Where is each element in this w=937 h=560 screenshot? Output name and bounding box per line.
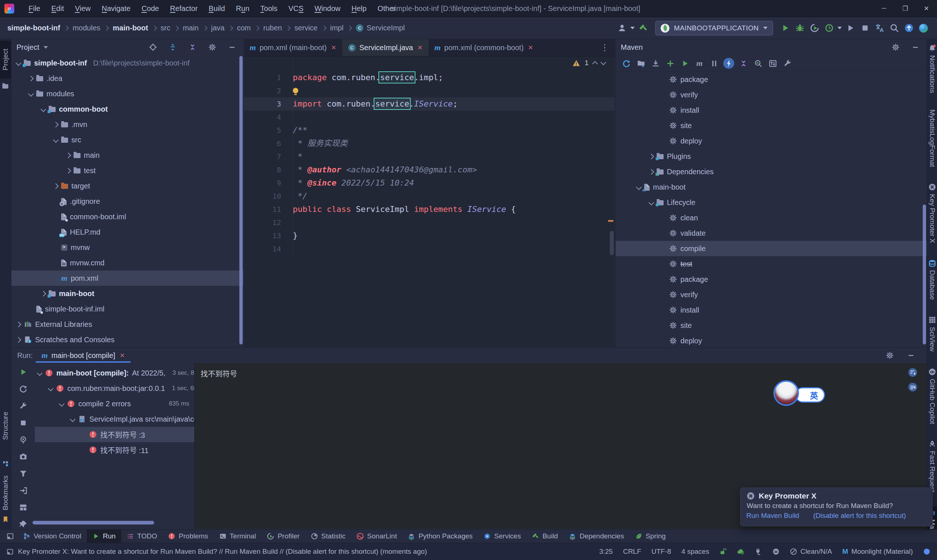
tree-row[interactable]: package [615, 272, 927, 287]
rerun-button[interactable] [17, 384, 29, 394]
menu-item-run[interactable]: Run [231, 0, 255, 17]
tree-row[interactable]: compile [615, 241, 927, 256]
chevron-down-icon[interactable] [59, 401, 65, 407]
status-widget-crlf[interactable]: CRLF [623, 548, 641, 555]
structure-icon[interactable] [2, 460, 9, 468]
menu-item-navigate[interactable]: Navigate [96, 0, 136, 17]
coverage-button[interactable] [823, 22, 835, 34]
scroll-list-down-button[interactable] [906, 366, 919, 378]
breadcrumb-item[interactable]: ruben [262, 22, 283, 34]
play-green-button[interactable] [17, 368, 29, 377]
code-line[interactable]: 12 [244, 216, 615, 229]
scrollbar-warning-mark[interactable] [608, 220, 614, 222]
tree-row[interactable]: site [615, 118, 927, 133]
code-line[interactable]: 1 package com.ruben.service.impl; [244, 71, 615, 84]
breadcrumb-item[interactable]: C ServiceImpl [354, 22, 406, 34]
tree-row[interactable]: .gitignore [11, 194, 243, 209]
sidebar-item-structure[interactable]: Structure [0, 412, 11, 442]
camera-button[interactable] [17, 452, 29, 461]
menu-item-view[interactable]: View [69, 0, 96, 17]
sphere-button[interactable] [917, 22, 930, 34]
collapse-tree-button[interactable] [737, 57, 749, 69]
minus-button[interactable] [905, 349, 917, 362]
chevron-down-icon[interactable] [649, 200, 654, 205]
play-grey-button[interactable] [844, 22, 857, 34]
notification-action-link[interactable]: (Disable alert for this shortcut) [813, 512, 906, 520]
pin-button[interactable] [17, 520, 29, 529]
translate-button[interactable]: A [873, 22, 886, 34]
sources-button[interactable] [635, 57, 647, 69]
tree-row[interactable]: mvnw.cmd [11, 255, 243, 271]
stop-grey-button[interactable] [17, 418, 29, 428]
scroll-list-up-button[interactable] [906, 381, 919, 393]
tree-row[interactable]: Dependencies [615, 164, 927, 179]
play-green-button[interactable] [679, 57, 691, 69]
tree-row[interactable]: package [615, 72, 927, 87]
gear-button[interactable] [206, 41, 218, 54]
tree-row[interactable]: External Libraries [11, 317, 243, 332]
wrench-button[interactable] [781, 57, 794, 69]
code-line[interactable]: 5 /** [244, 124, 615, 137]
tree-row[interactable]: src [11, 132, 243, 148]
project-panel-title[interactable]: Project [17, 43, 39, 52]
chevron-down-icon[interactable] [70, 416, 76, 422]
sidebar-item-project[interactable]: Project [0, 41, 11, 79]
status-widget-utf-8[interactable]: UTF-8 [651, 548, 671, 555]
notification-balloon[interactable]: Key Promoter X Want to create a shortcut… [740, 488, 932, 526]
sidebar-item-mybatislogformat[interactable]: MybatisLogFormat [927, 107, 937, 169]
tree-row[interactable]: install [615, 302, 927, 318]
tree-row[interactable]: test [11, 163, 243, 178]
chevron-right-icon[interactable] [649, 153, 654, 159]
breadcrumb-item[interactable]: java [210, 22, 226, 34]
tab-options-icon[interactable]: ⋮ [600, 43, 615, 53]
code-editor[interactable]: 1 package com.ruben.service.impl; 2 3 im… [244, 56, 615, 255]
analyzer-button[interactable] [752, 57, 764, 69]
tree-row[interactable]: modules [11, 86, 243, 102]
tool-window-bar-problems[interactable]: Problems [163, 529, 213, 543]
run-tab[interactable]: m main-boot [compile] ✕ [42, 351, 125, 360]
chevron-down-icon[interactable] [28, 91, 34, 97]
tool-window-bar-todo[interactable]: TODO [121, 529, 163, 543]
close-button[interactable]: ✕ [916, 0, 937, 17]
tree-row[interactable]: deploy [615, 133, 927, 149]
chevron-right-icon[interactable] [41, 291, 46, 297]
run-configuration-selector[interactable]: MAINBOOTAPPLICATION [655, 21, 773, 35]
offline-button[interactable] [708, 57, 720, 69]
play-green-button[interactable] [779, 22, 791, 34]
chevron-down-icon[interactable] [37, 370, 43, 376]
stop-grey-button[interactable] [859, 22, 871, 34]
editor-scrollbar[interactable] [610, 231, 614, 255]
chevron-right-icon[interactable] [16, 337, 22, 343]
tree-row[interactable]: clean [615, 210, 927, 225]
menu-item-vcs[interactable]: VCS [283, 0, 309, 17]
tree-row[interactable]: Scratches and Consoles [11, 332, 243, 347]
maximize-button[interactable]: ❐ [894, 0, 916, 17]
code-line[interactable]: 9 * @since 2022/5/15 10:24 [244, 177, 615, 189]
code-line[interactable]: 8 * @author <achao1441470436@gmail.com> [244, 163, 615, 177]
tree-row[interactable]: 找不到符号 :11 [35, 442, 194, 457]
tree-row[interactable]: J ServiceImpl.java src\main\java\com\ru [35, 411, 194, 427]
status-bar-widget[interactable] [923, 548, 931, 555]
tree-row[interactable]: deploy [615, 333, 927, 347]
status-bar-widget[interactable] [772, 548, 780, 555]
close-icon[interactable]: ✕ [417, 44, 422, 52]
filter-button[interactable] [17, 469, 29, 478]
tree-row[interactable]: main-boot [11, 286, 243, 301]
project-scrollbar[interactable] [239, 56, 243, 345]
menu-item-tools[interactable]: Tools [255, 0, 283, 17]
chevron-right-icon[interactable] [28, 75, 34, 81]
menu-item-edit[interactable]: Edit [46, 0, 69, 17]
chevron-right-icon[interactable] [66, 152, 71, 158]
ime-language-badge[interactable]: 英 [795, 387, 825, 403]
notification-action-link[interactable]: Run Maven Build [746, 512, 799, 520]
tree-row[interactable]: verify [615, 87, 927, 103]
bookmarks-icon[interactable] [2, 516, 9, 523]
tree-row[interactable]: HELP.md [11, 225, 243, 240]
download-button[interactable] [649, 57, 662, 69]
sidebar-item-key-promoter-x[interactable]: Key Promoter X [927, 181, 937, 245]
user-button[interactable] [615, 22, 628, 34]
close-icon[interactable]: ✕ [528, 44, 533, 52]
expand-button[interactable] [166, 41, 179, 54]
structure-box-button[interactable] [766, 57, 779, 69]
editor-tab[interactable]: m pom.xml (common-boot) ✕ [429, 39, 539, 56]
